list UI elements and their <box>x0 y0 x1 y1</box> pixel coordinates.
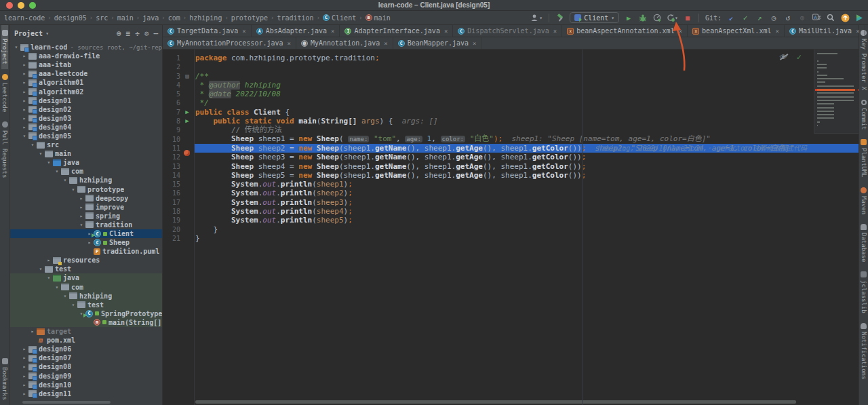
tree-item-Sheep[interactable]: ▸CSheep <box>10 238 162 247</box>
tab-MyAnnotationProcessor.java[interactable]: CMyAnnotationProcessor.java× <box>163 37 296 49</box>
tree-item-algorithm01[interactable]: ▸algorithm01 <box>10 78 162 87</box>
tab-close-icon[interactable]: × <box>473 40 476 47</box>
code-line-20[interactable]: 20 } <box>163 225 859 234</box>
tab-BeanMapper.java[interactable]: CBeanMapper.java× <box>393 37 482 49</box>
breadcrumb-item-tradition[interactable]: tradition <box>277 14 313 22</box>
tree-expanded-arrow[interactable]: ▾ <box>78 222 85 228</box>
tab-close-icon[interactable]: × <box>384 40 387 47</box>
tab-DispatchServlet.java[interactable]: CDispatchServlet.java× <box>453 25 562 37</box>
code-line-21[interactable]: 21} <box>163 234 859 243</box>
code-line-1[interactable]: 1package com.hzhiping.prototype.traditio… <box>163 54 859 62</box>
hide-panel-icon[interactable]: — <box>153 29 158 38</box>
run-config-selector[interactable]: Client ▾ <box>570 12 619 23</box>
tree-horizontal-scrollbar[interactable] <box>22 401 111 404</box>
tree-collapsed-arrow[interactable]: ▸ <box>21 355 28 361</box>
code-line-3[interactable]: 3▤/** <box>163 72 859 81</box>
stripe-item-maven[interactable]: Maven <box>861 182 867 219</box>
tab-close-icon[interactable]: × <box>444 28 448 35</box>
tree-item-design03[interactable]: ▸design03 <box>10 114 162 123</box>
tree-item-com[interactable]: ▾com <box>10 283 162 292</box>
tree-collapsed-arrow[interactable]: ▸ <box>21 79 28 85</box>
ide-update-icon[interactable] <box>840 13 850 23</box>
tree-collapsed-arrow[interactable]: ▸ <box>21 124 28 130</box>
breadcrumb-item-prototype[interactable]: prototype <box>231 14 268 22</box>
tree-collapsed-arrow[interactable]: ▸ <box>78 204 85 210</box>
stripe-item-project[interactable]: Project <box>1 25 8 69</box>
code-line-5[interactable]: 5 * @date 2022/10/08 <box>163 90 859 98</box>
tree-item-aaa-drawio-file[interactable]: ▸aaa-drawio-file <box>10 52 162 60</box>
tree-collapsed-arrow[interactable]: ▸ <box>21 89 28 95</box>
code-line-6[interactable]: 6 */ <box>163 98 859 107</box>
code-line-8[interactable]: 8▶ public static void main(String[] args… <box>163 117 859 126</box>
tab-MailUtil.java[interactable]: CMailUtil.java× <box>785 25 865 37</box>
tree-item-test[interactable]: ▾test <box>10 265 162 273</box>
git-push-icon[interactable]: ↗ <box>755 13 764 23</box>
code-line-2[interactable]: 2 <box>163 62 859 71</box>
tree-item-resources[interactable]: ▸resources <box>10 256 162 265</box>
code-editor[interactable]: 1package com.hzhiping.prototype.traditio… <box>163 50 859 405</box>
tree-item-improve[interactable]: ▸improve <box>10 203 162 212</box>
run-with-coverage-button[interactable]: ▾ <box>667 13 678 23</box>
code-line-17[interactable]: 17 System.out.println(sheep3); <box>163 198 859 207</box>
tab-close-icon[interactable]: × <box>288 40 291 47</box>
tree-expanded-arrow[interactable]: ▾ <box>21 133 28 139</box>
tree-expanded-arrow[interactable]: ▾ <box>70 302 77 308</box>
tree-item-aaa-leetcode[interactable]: ▸aaa-leetcode <box>10 69 162 78</box>
tree-item-aaa-itab[interactable]: ▸aaa-itab <box>10 60 162 69</box>
tab-close-icon[interactable]: × <box>856 28 859 35</box>
code-line-18[interactable]: 18 System.out.println(sheep4); <box>163 207 859 216</box>
tree-expanded-arrow[interactable]: ▾ <box>62 293 68 299</box>
code-line-15[interactable]: 15 System.out.println(sheep1); <box>163 180 859 189</box>
tab-close-icon[interactable]: × <box>679 28 682 35</box>
tree-item-design08[interactable]: ▸design08 <box>10 362 162 371</box>
tree-collapsed-arrow[interactable]: ▸ <box>21 98 28 104</box>
code-line-14[interactable]: 14 Sheep sheep5 = new Sheep(sheep1.getNa… <box>163 171 859 180</box>
tree-expanded-arrow[interactable]: ▾ <box>29 142 36 148</box>
tab-close-icon[interactable]: × <box>242 28 245 35</box>
run-gutter-icon[interactable]: ▶ <box>180 117 194 126</box>
tab-beanAspectXml.xml[interactable]: xbeanAspectXml.xml× <box>688 25 785 37</box>
build-hammer-icon[interactable] <box>555 13 565 23</box>
rollback-icon[interactable]: ↺ <box>783 13 793 23</box>
tree-item-prototype[interactable]: ▾prototype <box>10 185 162 194</box>
expand-all-icon[interactable]: ≡ <box>126 29 131 38</box>
tree-collapsed-arrow[interactable]: ▸ <box>21 71 28 77</box>
tree-item-target[interactable]: ▸target <box>10 327 162 336</box>
history-clock-icon[interactable]: ◷ <box>769 13 778 23</box>
git-update-icon[interactable]: ↙ <box>726 13 736 23</box>
search-icon[interactable] <box>826 13 835 23</box>
locate-file-icon[interactable]: ⊕ <box>117 29 121 38</box>
tree-collapsed-arrow[interactable]: ▸ <box>21 53 28 59</box>
breadcrumb-item-hzhiping[interactable]: hzhiping <box>189 14 222 22</box>
tree-item-design05[interactable]: ▾design05 <box>10 132 162 140</box>
user-profile-icon[interactable]: ▾ <box>530 13 542 23</box>
tree-expanded-arrow[interactable]: ▾ <box>62 177 68 183</box>
tree-collapsed-arrow[interactable]: ▸ <box>86 239 93 246</box>
tree-item-design09[interactable]: ▸design09 <box>10 371 162 380</box>
stripe-item-commit[interactable]: Commit <box>861 95 867 135</box>
tree-item-SpringPrototypeTe[interactable]: ▾CSpringPrototypeTe <box>10 309 162 318</box>
tree-collapsed-arrow[interactable]: ▸ <box>21 62 28 68</box>
breadcrumb-item-design05[interactable]: design05 <box>54 14 87 22</box>
project-panel-title[interactable]: Project <box>14 30 43 37</box>
run-gutter-icon[interactable]: ▶ <box>180 108 194 117</box>
breadcrumb-item-Client[interactable]: CClient <box>323 14 356 22</box>
tree-item-design07[interactable]: ▸design07 <box>10 353 162 362</box>
code-line-9[interactable]: 9 // 传统的方法 <box>163 126 859 134</box>
breadcrumb-item-java[interactable]: java <box>142 14 159 22</box>
tree-collapsed-arrow[interactable]: ▸ <box>21 364 28 370</box>
code-line-13[interactable]: 13 Sheep sheep4 = new Sheep(sheep1.getNa… <box>163 162 859 171</box>
stop-button[interactable]: ■ <box>683 13 692 23</box>
tree-item-test[interactable]: ▾test <box>10 301 162 309</box>
breadcrumb-item-com[interactable]: com <box>168 14 180 22</box>
tab-AbsAdapter.java[interactable]: AAbsAdapter.java× <box>252 25 340 37</box>
tree-item-design04[interactable]: ▸design04 <box>10 123 162 132</box>
tree-item-java[interactable]: ▾java <box>10 273 162 282</box>
tree-item-learn-code[interactable]: ▾learn-code- sources root, ~/git-rep <box>10 43 162 52</box>
tree-item-design02[interactable]: ▸design02 <box>10 105 162 114</box>
code-line-7[interactable]: 7▶public class Client { <box>163 108 859 117</box>
tab-close-icon[interactable]: × <box>331 28 334 35</box>
tree-collapsed-arrow[interactable]: ▸ <box>78 195 85 201</box>
tree-item-spring[interactable]: ▸spring <box>10 212 162 220</box>
tree-item-src[interactable]: ▾src <box>10 140 162 149</box>
